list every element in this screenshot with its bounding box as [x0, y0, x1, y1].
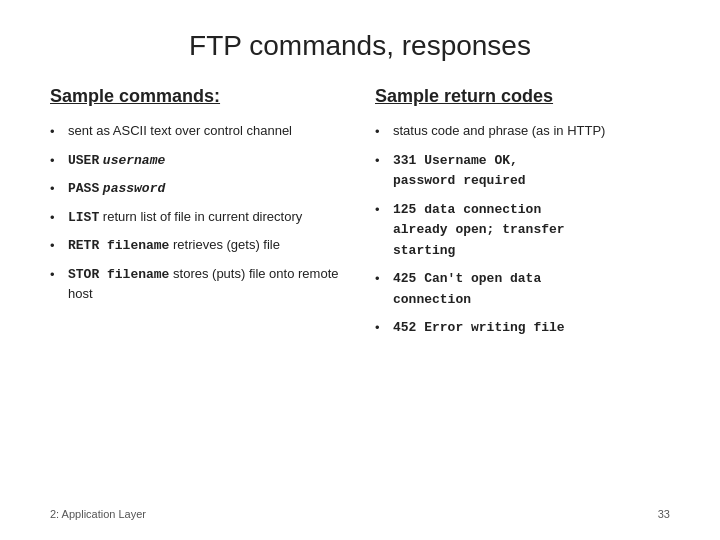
- bullet-dot: •: [375, 200, 389, 220]
- slide-title: FTP commands, responses: [50, 30, 670, 62]
- list-item: • LIST return list of file in current di…: [50, 207, 345, 228]
- bullet-dot: •: [375, 269, 389, 289]
- list-item: • RETR filename retrieves (gets) file: [50, 235, 345, 256]
- list-item: • USER username: [50, 150, 345, 171]
- list-item: • sent as ASCII text over control channe…: [50, 121, 345, 142]
- bullet-text: USER username: [68, 150, 345, 171]
- footer-label: 2: Application Layer: [50, 508, 146, 520]
- bullet-dot: •: [50, 151, 64, 171]
- list-item: • 331 Username OK,password required: [375, 150, 670, 191]
- columns-container: Sample commands: • sent as ASCII text ov…: [50, 86, 670, 492]
- bullet-dot: •: [50, 265, 64, 285]
- right-bullet-list: • status code and phrase (as in HTTP) • …: [375, 121, 670, 338]
- left-column-title: Sample commands:: [50, 86, 345, 107]
- list-item: • STOR filename stores (puts) file onto …: [50, 264, 345, 304]
- slide: FTP commands, responses Sample commands:…: [0, 0, 720, 540]
- footer-page: 33: [658, 508, 670, 520]
- bullet-text: 425 Can't open dataconnection: [393, 268, 670, 309]
- bullet-dot: •: [375, 318, 389, 338]
- left-bullet-list: • sent as ASCII text over control channe…: [50, 121, 345, 304]
- bullet-dot: •: [50, 179, 64, 199]
- left-column: Sample commands: • sent as ASCII text ov…: [50, 86, 345, 492]
- list-item: • 125 data connectionalready open; trans…: [375, 199, 670, 261]
- right-column: Sample return codes • status code and ph…: [375, 86, 670, 492]
- bullet-text: status code and phrase (as in HTTP): [393, 121, 670, 141]
- bullet-text: sent as ASCII text over control channel: [68, 121, 345, 141]
- bullet-dot: •: [50, 122, 64, 142]
- list-item: • 425 Can't open dataconnection: [375, 268, 670, 309]
- bullet-text: 452 Error writing file: [393, 317, 670, 338]
- bullet-text: LIST return list of file in current dire…: [68, 207, 345, 228]
- bullet-text: STOR filename stores (puts) file onto re…: [68, 264, 345, 304]
- bullet-dot: •: [375, 151, 389, 171]
- list-item: • status code and phrase (as in HTTP): [375, 121, 670, 142]
- bullet-text: RETR filename retrieves (gets) file: [68, 235, 345, 256]
- bullet-dot: •: [375, 122, 389, 142]
- bullet-dot: •: [50, 236, 64, 256]
- right-column-title: Sample return codes: [375, 86, 670, 107]
- list-item: • 452 Error writing file: [375, 317, 670, 338]
- bullet-text: PASS password: [68, 178, 345, 199]
- bullet-dot: •: [50, 208, 64, 228]
- bullet-text: 125 data connectionalready open; transfe…: [393, 199, 670, 261]
- list-item: • PASS password: [50, 178, 345, 199]
- slide-footer: 2: Application Layer 33: [50, 502, 670, 520]
- bullet-text: 331 Username OK,password required: [393, 150, 670, 191]
